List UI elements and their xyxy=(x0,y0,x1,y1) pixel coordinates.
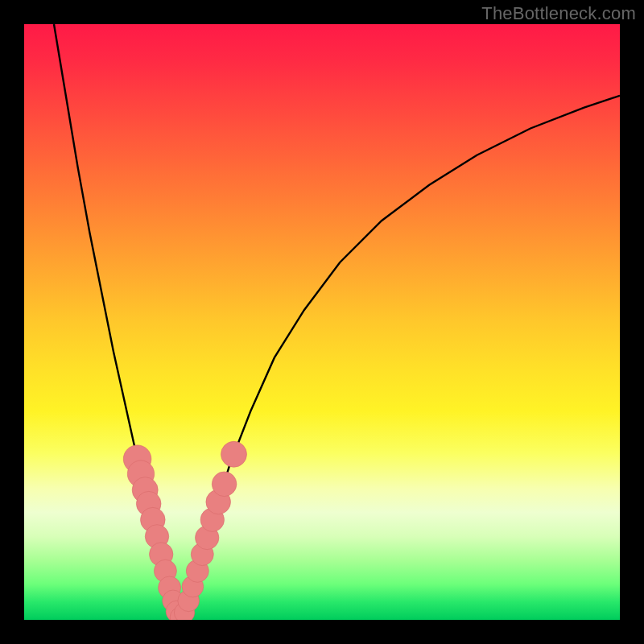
data-marker xyxy=(221,441,247,467)
data-marker xyxy=(212,472,237,497)
curve-right-branch xyxy=(179,96,620,620)
chart-frame: TheBottleneck.com xyxy=(0,0,644,644)
chart-svg xyxy=(24,24,620,620)
plot-area xyxy=(24,24,620,620)
watermark-text: TheBottleneck.com xyxy=(481,3,636,24)
